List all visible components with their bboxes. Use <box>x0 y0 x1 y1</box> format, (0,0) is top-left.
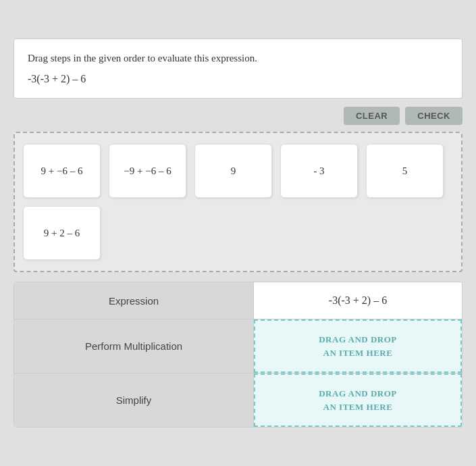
multiplication-row-label: Perform Multiplication <box>14 319 254 373</box>
multiplication-drop-zone[interactable]: DRAG AND DROPAN ITEM HERE <box>254 319 462 373</box>
button-row: CLEAR CHECK <box>14 107 462 125</box>
main-container: Drag steps in the given order to evaluat… <box>7 32 469 435</box>
expression-text: -3(-3 + 2) – 6 <box>28 70 448 88</box>
simplify-row: Simplify DRAG AND DROPAN ITEM HERE <box>14 373 462 427</box>
drag-card-3[interactable]: 9 <box>194 144 272 198</box>
multiplication-row: Perform Multiplication DRAG AND DROPAN I… <box>14 319 462 373</box>
instruction-box: Drag steps in the given order to evaluat… <box>14 38 462 99</box>
instruction-text: Drag steps in the given order to evaluat… <box>28 50 448 66</box>
simplify-row-label: Simplify <box>14 373 254 427</box>
check-button[interactable]: CHECK <box>405 107 462 125</box>
drag-card-6[interactable]: 9 + 2 – 6 <box>23 206 101 260</box>
clear-button[interactable]: CLEAR <box>344 107 400 125</box>
drag-card-1[interactable]: 9 + −6 – 6 <box>23 144 101 198</box>
expression-row-value: -3(-3 + 2) – 6 <box>254 282 462 319</box>
expression-row-label: Expression <box>14 282 254 319</box>
drag-card-5[interactable]: 5 <box>366 144 444 198</box>
answer-table: Expression -3(-3 + 2) – 6 Perform Multip… <box>14 282 462 428</box>
drag-card-2[interactable]: −9 + −6 – 6 <box>109 144 186 198</box>
drag-card-4[interactable]: - 3 <box>280 144 358 198</box>
expression-row: Expression -3(-3 + 2) – 6 <box>14 282 462 319</box>
drag-area: 9 + −6 – 6 −9 + −6 – 6 9 - 3 5 9 + 2 – 6 <box>14 132 462 272</box>
simplify-drop-zone[interactable]: DRAG AND DROPAN ITEM HERE <box>254 373 462 427</box>
